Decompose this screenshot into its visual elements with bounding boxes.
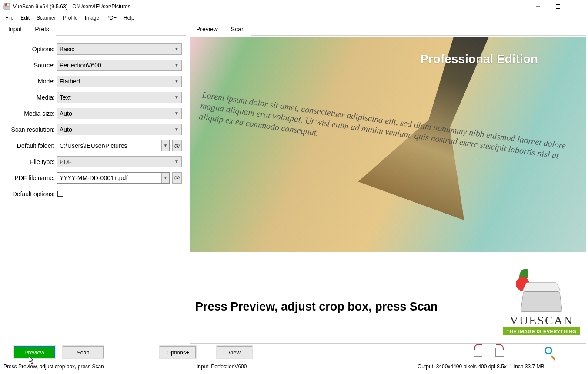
window-title: VueScan 9 x64 (9.5.63) - C:\Users\IEUser… <box>13 3 130 10</box>
preview-area: Professional Edition Lorem ipsum dolor s… <box>190 37 586 344</box>
file-type-value: PDF <box>60 158 72 165</box>
source-select[interactable]: PerfectionV600▼ <box>57 60 182 71</box>
titlebar: VueScan 9 x64 (9.5.63) - C:\Users\IEUser… <box>0 0 588 13</box>
chevron-down-icon: ▼ <box>174 63 179 67</box>
media-size-select[interactable]: Auto▼ <box>57 108 182 119</box>
zoom-in-icon[interactable]: + <box>544 347 555 358</box>
chevron-down-icon: ▼ <box>174 111 179 116</box>
minimize-button[interactable] <box>528 0 548 13</box>
view-button[interactable]: View <box>217 346 252 358</box>
professional-edition-text: Professional Edition <box>420 52 538 66</box>
pdf-file-name-combo[interactable]: YYYY-MM-DD-0001+.pdf▼ <box>57 172 170 184</box>
status-input: Input: PerfectionV600 <box>193 361 414 373</box>
svg-rect-4 <box>556 5 560 9</box>
source-label: Source: <box>4 62 57 69</box>
chevron-down-icon: ▼ <box>174 47 179 51</box>
menu-help[interactable]: Help <box>120 14 138 22</box>
default-options-checkbox[interactable] <box>57 191 63 197</box>
scan-resolution-label: Scan resolution: <box>4 126 57 133</box>
tab-input[interactable]: Input <box>2 23 28 36</box>
menu-pdf[interactable]: PDF <box>103 14 120 22</box>
menu-image[interactable]: Image <box>81 14 103 22</box>
chevron-down-icon: ▼ <box>174 95 179 100</box>
tagline-text: THE IMAGE IS EVERYTHING <box>503 327 580 335</box>
vuescan-logo: VUESCAN THE IMAGE IS EVERYTHING <box>503 281 580 335</box>
scan-button[interactable]: Scan <box>63 346 104 358</box>
default-folder-combo[interactable]: C:\Users\IEUser\Pictures▼ <box>57 140 170 151</box>
mode-label: Mode: <box>4 78 57 85</box>
media-label: Media: <box>4 94 57 101</box>
right-tabs: Preview Scan <box>190 23 586 36</box>
chevron-down-icon: ▼ <box>174 127 179 132</box>
menu-edit[interactable]: Edit <box>17 14 33 22</box>
tab-scan[interactable]: Scan <box>224 23 251 36</box>
options-button[interactable]: Options+ <box>160 346 196 358</box>
close-button[interactable] <box>568 0 588 13</box>
pdf-file-name-label: PDF file name: <box>4 174 57 181</box>
mode-value: Flatbed <box>60 78 80 85</box>
chevron-down-icon: ▼ <box>161 173 169 183</box>
pdf-file-name-value: YYYY-MM-DD-0001+.pdf <box>60 174 127 181</box>
left-pane: Input Prefs Options: Basic▼ Source: Perf… <box>0 23 188 344</box>
file-type-select[interactable]: PDF▼ <box>57 156 182 167</box>
menu-file[interactable]: File <box>2 14 17 22</box>
pdf-file-name-at-button[interactable]: @ <box>172 172 182 184</box>
default-folder-label: Default folder: <box>4 142 57 149</box>
tab-prefs[interactable]: Prefs <box>28 23 56 36</box>
status-output: Output: 3400x4400 pixels 400 dpi 8.5x11 … <box>414 361 588 373</box>
left-tabs: Input Prefs <box>2 23 186 36</box>
file-type-label: File type: <box>4 158 57 165</box>
media-value: Text <box>60 94 71 101</box>
menu-scanner[interactable]: Scanner <box>33 14 60 22</box>
menubar: File Edit Scanner Profile Image PDF Help <box>0 13 588 23</box>
media-size-value: Auto <box>60 110 72 117</box>
scan-resolution-select[interactable]: Auto▼ <box>57 124 182 135</box>
default-folder-value: C:\Users\IEUser\Pictures <box>60 142 127 149</box>
options-label: Options: <box>4 46 57 53</box>
source-value: PerfectionV600 <box>60 62 101 69</box>
input-form: Options: Basic▼ Source: PerfectionV600▼ … <box>2 36 186 204</box>
options-value: Basic <box>60 46 74 53</box>
right-pane: Preview Scan Professional Edition Lorem … <box>188 23 588 344</box>
chevron-down-icon: ▼ <box>161 140 169 151</box>
maximize-button[interactable] <box>548 0 568 13</box>
scan-resolution-value: Auto <box>60 126 72 133</box>
scanner-icon <box>522 281 561 312</box>
rotate-left-icon[interactable] <box>472 347 484 358</box>
button-bar: Preview Scan Options+ View + <box>0 344 588 361</box>
rotate-right-icon[interactable] <box>494 347 505 358</box>
menu-profile[interactable]: Profile <box>60 14 81 22</box>
statusbar: Press Preview, adjust crop box, press Sc… <box>0 361 588 373</box>
default-folder-at-button[interactable]: @ <box>172 140 182 151</box>
brand-text: VUESCAN <box>503 314 580 327</box>
preview-button[interactable]: Preview <box>14 346 55 358</box>
default-options-label: Default options: <box>4 190 57 197</box>
chevron-down-icon: ▼ <box>174 79 179 83</box>
tab-preview[interactable]: Preview <box>190 23 224 36</box>
options-select[interactable]: Basic▼ <box>57 43 182 55</box>
media-select[interactable]: Text▼ <box>57 92 182 103</box>
mode-select[interactable]: Flatbed▼ <box>57 76 182 87</box>
splash-image: Professional Edition Lorem ipsum dolor s… <box>190 37 586 252</box>
app-icon <box>3 3 10 10</box>
chevron-down-icon: ▼ <box>174 159 179 164</box>
media-size-label: Media size: <box>4 110 57 117</box>
main-area: Input Prefs Options: Basic▼ Source: Perf… <box>0 23 588 344</box>
status-hint: Press Preview, adjust crop box, press Sc… <box>0 361 193 373</box>
